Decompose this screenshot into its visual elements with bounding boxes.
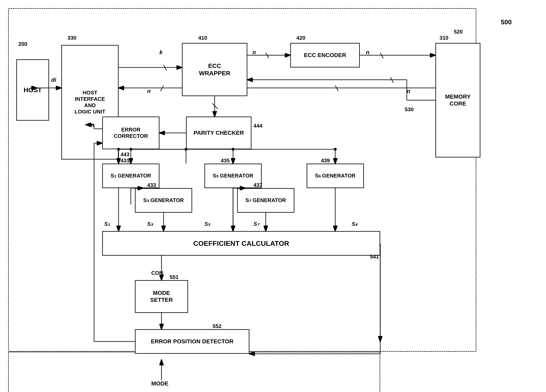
coefficient-calculator-box: COEFFICIENT CALCULATOR [102,231,380,256]
ref-437: 437 [254,182,262,188]
error-position-detector-box: ERROR POSITION DETECTOR [135,329,249,354]
signal-m: m [89,122,94,128]
ref-541: 541 [370,254,379,260]
signal-n1: n [253,49,256,56]
ref-410: 410 [198,35,207,41]
ref-500: 500 [501,18,512,26]
signal-n4: n [147,88,151,94]
signal-n3: n [407,88,410,94]
signal-s5: S₅ [204,221,210,227]
ref-200: 200 [18,41,27,47]
signal-s1: S₁ [104,221,110,227]
ref-552: 552 [213,323,221,329]
ref-433: 433 [147,182,156,188]
ref-443: 443 [121,151,129,158]
ecc-wrapper-box: ECC WRAPPER [182,43,247,96]
signal-di: di [51,77,56,83]
ref-530: 530 [405,106,414,113]
signal-s9: S₉ [351,221,357,227]
host-box: HOST [16,59,49,121]
ref-431: 431 [121,157,129,164]
ref-310: 310 [440,35,448,41]
signal-k: k [159,49,163,56]
ref-444: 444 [254,123,262,129]
signal-n2: n [366,49,369,56]
inner-box-520 [8,352,380,392]
s3-generator-box: S₃ GENERATOR [135,188,192,213]
ref-439: 439 [321,157,330,164]
ref-520: 520 [454,29,463,35]
parity-checker-box: PARITY CHECKER [186,117,251,149]
ref-551: 551 [170,274,178,280]
s9-generator-box: S₉ GENERATOR [307,163,364,188]
diagram: HOST HOST INTERFACE AND LOGIC UNIT ECC W… [8,8,536,380]
mode-setter-box: MODE SETTER [135,280,188,313]
s5-generator-box: S₅ GENERATOR [204,163,262,188]
error-corrector-box: ERROR CORRECTOR [102,117,159,149]
signal-mode: MODE [151,380,169,387]
ref-435: 435 [221,157,230,164]
ref-420: 420 [296,35,305,41]
s7-generator-box: S₇ GENERATOR [237,188,294,213]
ecc-encoder-box: ECC ENCODER [290,43,360,67]
memory-core-box: MEMORY CORE [436,43,480,157]
ref-330: 330 [67,35,76,41]
signal-s3: S₃ [147,221,153,227]
signal-con: CON [151,270,163,276]
signal-s7: S₇ [254,221,259,227]
